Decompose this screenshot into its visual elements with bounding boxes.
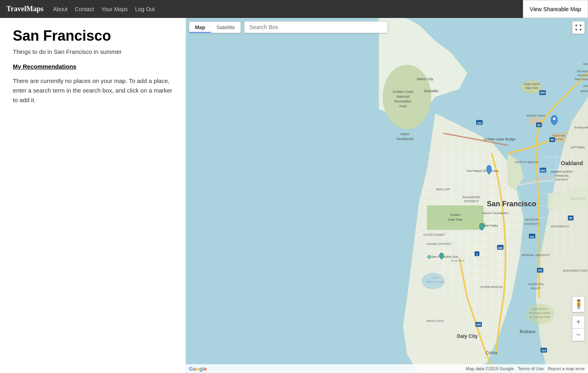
navbar: TravelMaps About Contact Your Maps Log O… [0, 0, 588, 18]
logout-link[interactable]: Log Out [135, 6, 155, 12]
satellite-button[interactable]: Satellite [211, 22, 240, 33]
svg-text:DISTRICT: DISTRICT [555, 178, 568, 181]
map-subtitle: Things to do in San Francisco in summer [13, 48, 173, 55]
main-layout: San Francisco Things to do in San Franci… [0, 18, 588, 373]
svg-text:101: 101 [530, 235, 534, 238]
svg-text:UPTOWN: UPTOWN [570, 146, 585, 149]
zoom-out-button[interactable]: − [572, 328, 585, 341]
svg-text:RICHMOND: RICHMOND [463, 195, 480, 199]
svg-text:EMBARCADERO: EMBARCADERO [551, 170, 573, 173]
svg-text:VALLEY: VALLEY [530, 287, 541, 290]
svg-text:280: 280 [498, 247, 503, 249]
svg-text:BERKELEY: BERKELEY [580, 90, 588, 93]
svg-text:Marin: Marin [401, 132, 410, 136]
svg-text:SEA CLIFF: SEA CLIFF [436, 188, 451, 191]
svg-text:McLaughlin: McLaughlin [577, 70, 588, 73]
svg-text:Headlands: Headlands [396, 137, 414, 141]
svg-text:San Francisco: San Francisco [487, 200, 536, 208]
svg-text:Area: Area [399, 104, 407, 108]
svg-text:Twin Peaks: Twin Peaks [483, 224, 498, 227]
map-footer: Google Map data ©2019 Google Terms of Us… [186, 364, 588, 373]
svg-text:Daly City: Daly City [457, 334, 478, 339]
svg-text:Eastshore: Eastshore [578, 74, 588, 77]
report-link[interactable]: Report a map error [548, 366, 585, 371]
zoom-controls: + − [572, 316, 585, 341]
nav-links: About Contact Your Maps Log Out [53, 6, 155, 12]
about-link[interactable]: About [53, 6, 68, 12]
map-button[interactable]: Map [189, 22, 211, 33]
svg-text:OUTER MISSION: OUTER MISSION [480, 286, 503, 288]
svg-text:Alcatraz Island: Alcatraz Island [526, 114, 545, 117]
svg-text:Marin City: Marin City [417, 77, 433, 81]
map-toolbar: Map Satellite [186, 18, 588, 36]
svg-text:DISTRICT: DISTRICT [524, 222, 539, 226]
svg-text:HAIGHT-ASHBURY: HAIGHT-ASHBURY [482, 211, 509, 215]
svg-text:Golden: Golden [450, 213, 461, 217]
your-maps-link[interactable]: Your Maps [101, 6, 128, 12]
svg-text:VISITACION: VISITACION [528, 283, 543, 286]
brand-logo: TravelMaps [6, 5, 44, 13]
fullscreen-icon [575, 24, 582, 31]
svg-text:HUNTERS POINT: HUNTERS POINT [563, 269, 588, 272]
svg-text:880: 880 [540, 169, 545, 172]
svg-point-87 [422, 273, 444, 289]
share-button[interactable]: View Shareable Map [523, 0, 588, 18]
contact-link[interactable]: Contact [75, 6, 94, 12]
svg-text:101: 101 [477, 122, 482, 124]
svg-text:National: National [396, 95, 409, 99]
google-logo: Google [189, 366, 207, 372]
svg-text:TREASURE: TREASURE [552, 134, 565, 137]
svg-text:101: 101 [541, 349, 546, 352]
svg-text:Sausalito: Sausalito [424, 89, 439, 93]
svg-text:SOUTH: SOUTH [583, 85, 588, 87]
svg-text:101: 101 [538, 269, 542, 272]
svg-text:580: 580 [540, 91, 545, 94]
svg-point-84 [427, 255, 431, 259]
empty-message: There are currently no places on your ma… [13, 76, 173, 105]
svg-text:Emeryville: Emeryville [574, 126, 588, 129]
svg-text:80: 80 [550, 138, 554, 141]
map-attribution: Map data ©2019 Google [466, 366, 514, 371]
svg-text:NORTH BEACH: NORTH BEACH [515, 160, 539, 164]
svg-text:FINANCIAL: FINANCIAL [554, 174, 569, 177]
svg-point-144 [553, 118, 555, 120]
footer-links: Map data ©2019 Google Terms of Use Repor… [466, 366, 585, 371]
svg-text:BERNAL HEIGHTS: BERNAL HEIGHTS [522, 253, 550, 257]
svg-text:280: 280 [476, 323, 481, 326]
fullscreen-button[interactable] [572, 21, 585, 34]
search-input[interactable] [244, 21, 388, 33]
svg-text:Angel Island: Angel Island [524, 83, 540, 86]
svg-text:OUTER SUNSET: OUTER SUNSET [423, 233, 446, 236]
svg-text:80: 80 [569, 217, 572, 219]
svg-text:SUNSET DISTRICT: SUNSET DISTRICT [427, 243, 452, 245]
recommendations-heading[interactable]: My Recommendations [13, 63, 173, 70]
svg-text:1: 1 [476, 253, 478, 256]
svg-text:ISLAND: ISLAND [554, 138, 563, 140]
left-panel: San Francisco Things to do in San Franci… [0, 18, 186, 373]
svg-text:Golden Gate: Golden Gate [393, 90, 413, 94]
svg-text:Colma: Colma [486, 351, 497, 355]
svg-text:Recreation: Recreation [394, 99, 412, 103]
svg-text:Oakland: Oakland [561, 160, 583, 166]
svg-text:Gate Park: Gate Park [448, 218, 463, 221]
svg-text:State Park: State Park [525, 87, 538, 89]
svg-point-96 [526, 304, 554, 324]
map-type-buttons: Map Satellite [189, 22, 241, 33]
svg-text:DOGPATCH: DOGPATCH [551, 225, 569, 228]
svg-text:Sloat Blvd: Sloat Blvd [451, 259, 465, 262]
svg-text:Golden Gate Bridge: Golden Gate Bridge [483, 137, 515, 141]
svg-text:WESTLAKE: WESTLAKE [426, 319, 444, 323]
svg-rect-33 [427, 205, 483, 229]
svg-text:State Seashore: State Seashore [574, 78, 588, 81]
street-view-button[interactable]: 🧍 [572, 296, 585, 312]
zoom-in-button[interactable]: + [572, 316, 585, 328]
terms-link[interactable]: Terms of Use [518, 366, 544, 371]
map-background: Golden Gate National Recreation Area [186, 18, 588, 373]
svg-text:80: 80 [537, 124, 540, 126]
svg-text:MISSION: MISSION [525, 218, 538, 221]
svg-text:Brisbane: Brisbane [520, 330, 536, 334]
map-container[interactable]: Golden Gate National Recreation Area [186, 18, 588, 373]
map-title: San Francisco [13, 28, 173, 44]
svg-text:Berk...: Berk... [583, 62, 588, 66]
svg-text:San Francisco Zoo: San Francisco Zoo [431, 255, 458, 259]
